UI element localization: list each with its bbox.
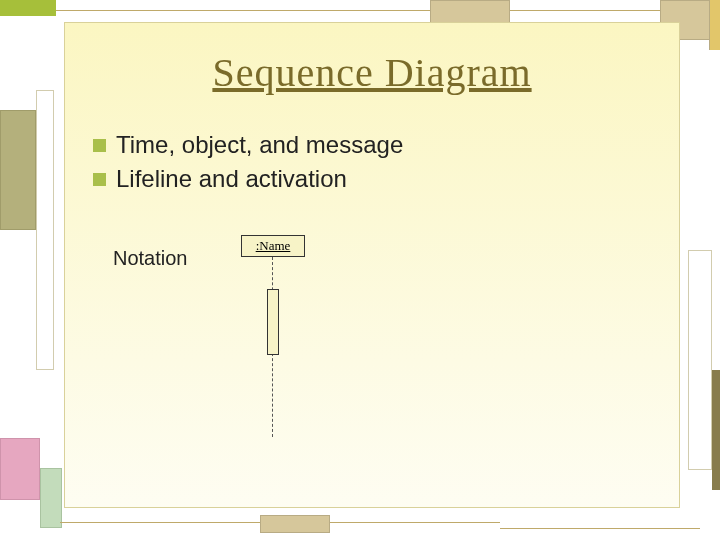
bullet-text: Time, object, and message bbox=[116, 131, 403, 159]
decoration bbox=[0, 110, 36, 230]
notation-label: Notation bbox=[113, 247, 188, 270]
decoration bbox=[40, 468, 62, 528]
decoration bbox=[688, 250, 712, 470]
decoration bbox=[0, 438, 40, 500]
uml-notation: :Name bbox=[241, 235, 361, 455]
bullet-list: Time, object, and message Lifeline and a… bbox=[93, 131, 403, 199]
bullet-icon bbox=[93, 173, 106, 186]
bullet-icon bbox=[93, 139, 106, 152]
decoration bbox=[709, 0, 720, 50]
slide-title: Sequence Diagram bbox=[65, 49, 679, 96]
decoration bbox=[56, 10, 720, 11]
decoration bbox=[260, 515, 330, 533]
list-item: Time, object, and message bbox=[93, 131, 403, 159]
decoration bbox=[712, 370, 720, 490]
slide-stage: Sequence Diagram Time, object, and messa… bbox=[0, 0, 720, 540]
decoration bbox=[0, 0, 56, 16]
list-item: Lifeline and activation bbox=[93, 165, 403, 193]
uml-object-label: :Name bbox=[256, 238, 291, 254]
decoration bbox=[36, 90, 54, 370]
uml-object-box: :Name bbox=[241, 235, 305, 257]
uml-activation-bar bbox=[267, 289, 279, 355]
decoration bbox=[500, 528, 700, 529]
slide-body: Sequence Diagram Time, object, and messa… bbox=[64, 22, 680, 508]
bullet-text: Lifeline and activation bbox=[116, 165, 347, 193]
